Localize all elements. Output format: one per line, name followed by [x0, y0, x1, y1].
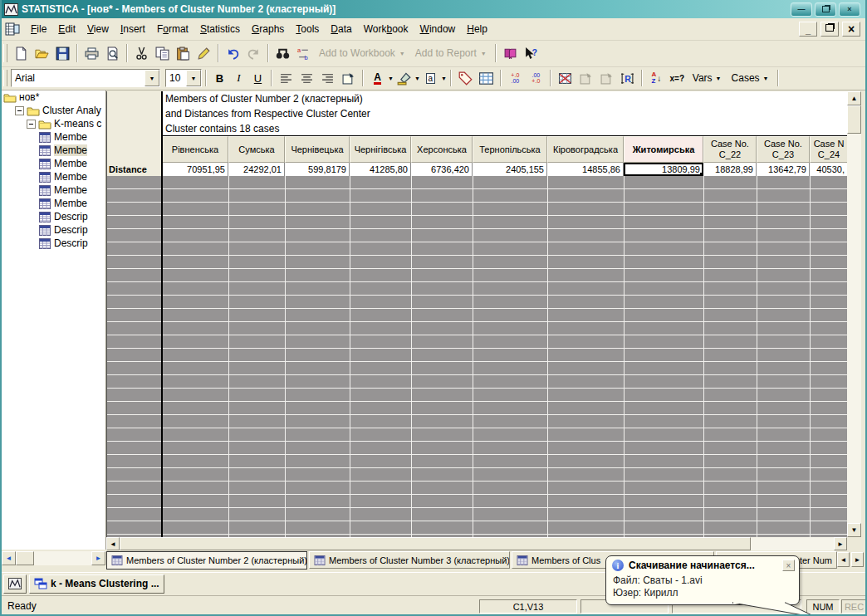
tab-scroll-left-button[interactable]: ◄ [837, 552, 850, 567]
vertical-scrollbar[interactable]: ▲ ▼ [847, 91, 861, 537]
distance-cell-11[interactable]: 40530, [810, 163, 848, 176]
save-button[interactable] [52, 43, 73, 63]
empty-grid-area[interactable] [107, 176, 848, 537]
gridlines-button[interactable] [476, 68, 497, 88]
menu-help[interactable]: Help [461, 21, 493, 37]
menu-statistics[interactable]: Statistics [194, 21, 246, 37]
row-header-distance[interactable]: Distance [107, 163, 162, 176]
sort-button[interactable]: AZ ↓ [646, 68, 667, 88]
notification-close-button[interactable]: × [782, 560, 795, 571]
sheet-tab-1[interactable]: Members of Cluster Number 2 (кластерный) [106, 551, 307, 570]
tree-node-11-sheet[interactable]: Descrip [2, 223, 105, 237]
mdi-minimize-button[interactable]: _ [799, 22, 817, 37]
menu-file[interactable]: File [25, 21, 52, 37]
menu-tools[interactable]: Tools [290, 21, 325, 37]
vars-button[interactable]: Vars▼ [688, 71, 727, 86]
column-header-11[interactable]: Case NC_24 [810, 136, 848, 163]
tree-node-7-sheet[interactable]: Membe [2, 170, 105, 183]
help-book-button[interactable] [500, 43, 521, 63]
decrease-decimals-button[interactable]: .00+.0 [526, 68, 546, 88]
undo-button[interactable] [223, 43, 243, 63]
distance-cell-7[interactable]: 14855,86 [547, 163, 624, 176]
menu-insert[interactable]: Insert [115, 21, 151, 37]
italic-button[interactable]: I [229, 69, 248, 87]
tree-node-1-folder[interactable]: нов* [2, 90, 105, 104]
chevron-down-icon[interactable]: ▼ [388, 76, 394, 81]
context-help-button[interactable]: ? [521, 43, 541, 63]
chevron-down-icon[interactable]: ▼ [414, 76, 420, 81]
column-header-7[interactable]: Кіровоградська [547, 136, 624, 163]
increase-decimals-button[interactable]: +.0.00 [505, 68, 526, 88]
statistica-start-button[interactable] [3, 574, 27, 594]
tab-scroll-right-button[interactable]: ► [851, 552, 864, 567]
scroll-thumb[interactable] [16, 551, 34, 565]
scroll-right-button[interactable]: ► [91, 551, 105, 565]
menu-graphs[interactable]: Graphs [246, 21, 290, 37]
scroll-left-button[interactable]: ◄ [2, 551, 16, 565]
redo-button[interactable] [243, 43, 264, 63]
distance-cell-9[interactable]: 18828,99 [703, 163, 757, 176]
tree-node-5-sheet[interactable]: Membe [2, 144, 105, 157]
menu-window[interactable]: Window [414, 21, 462, 37]
tree-expander-icon[interactable] [27, 120, 36, 129]
format-painter-button[interactable] [193, 43, 214, 63]
horizontal-scrollbar[interactable]: ◄ ► [106, 537, 847, 550]
paste-button[interactable] [173, 43, 193, 63]
print-button[interactable] [81, 43, 102, 63]
tag-button[interactable] [455, 68, 476, 88]
add-to-workbook-button[interactable]: Add to Workbook▼ [314, 47, 410, 59]
align-center-button[interactable] [296, 68, 317, 88]
toolbar-grip[interactable] [3, 70, 7, 86]
bold-button[interactable]: B [210, 69, 229, 87]
mdi-restore-button[interactable] [820, 22, 839, 37]
replace-button[interactable]: ab [293, 43, 314, 63]
tree-node-4-sheet[interactable]: Membe [2, 130, 105, 144]
chevron-down-icon[interactable]: ▼ [441, 76, 447, 81]
column-header-9[interactable]: Case No.C_22 [703, 136, 757, 163]
restore-button[interactable] [815, 2, 836, 17]
menu-workbook[interactable]: Workbook [358, 21, 414, 37]
distance-cell-8[interactable]: 13809,99 [624, 163, 703, 176]
menu-view[interactable]: View [81, 21, 115, 37]
tree-node-12-sheet[interactable]: Descrip [2, 237, 105, 250]
align-right-button[interactable] [317, 68, 338, 88]
tree-node-9-sheet[interactable]: Membe [2, 197, 105, 210]
scroll-track[interactable] [16, 551, 91, 565]
tree-horizontal-scrollbar[interactable]: ◄ ► [2, 550, 105, 566]
variable-specs-button[interactable]: R [617, 68, 638, 88]
chevron-down-icon[interactable]: ▼ [186, 70, 201, 86]
cases-button[interactable]: Cases▼ [727, 71, 774, 86]
distance-cell-5[interactable]: 6736,420 [411, 163, 473, 176]
variable-query-button[interactable]: x=? [667, 68, 688, 88]
distance-cell-2[interactable]: 24292,01 [228, 163, 285, 176]
vertical-scroll-thumb[interactable] [847, 105, 861, 134]
menu-format[interactable]: Format [151, 21, 194, 37]
tree-expander-icon[interactable] [15, 106, 24, 115]
scroll-down-button[interactable]: ▼ [847, 523, 861, 537]
column-header-10[interactable]: Case No.C_23 [757, 136, 810, 163]
font-name-combo[interactable]: Arial ▼ [11, 69, 160, 87]
scroll-left-button[interactable]: ◄ [106, 537, 120, 550]
align-left-button[interactable] [276, 68, 296, 88]
scroll-up-button[interactable]: ▲ [847, 91, 861, 105]
distance-cell-1[interactable]: 70951,95 [162, 163, 228, 176]
print-preview-button[interactable] [102, 43, 123, 63]
distance-cell-4[interactable]: 41285,80 [350, 163, 411, 176]
disabled-window-button[interactable] [576, 68, 596, 88]
find-button[interactable] [272, 43, 293, 63]
open-file-button[interactable] [32, 43, 52, 63]
column-header-1[interactable]: Рівненська [162, 136, 228, 163]
font-size-combo[interactable]: 10 ▼ [165, 69, 202, 87]
column-header-8[interactable]: Житомирська [624, 136, 703, 163]
tree-node-3-folder[interactable]: K-means c [2, 117, 105, 130]
cell-format-button[interactable]: a [420, 68, 441, 88]
toolbar-grip[interactable] [3, 44, 7, 62]
scroll-right-button[interactable]: ► [834, 537, 847, 550]
column-header-3[interactable]: Чернівецька [285, 136, 350, 163]
distance-cell-10[interactable]: 13642,79 [757, 163, 810, 176]
minimize-button[interactable]: — [791, 2, 812, 17]
disabled-window-button-2[interactable] [596, 68, 617, 88]
cut-button[interactable] [131, 43, 152, 63]
column-header-2[interactable]: Сумська [228, 136, 285, 163]
chevron-down-icon[interactable]: ▼ [144, 70, 159, 86]
